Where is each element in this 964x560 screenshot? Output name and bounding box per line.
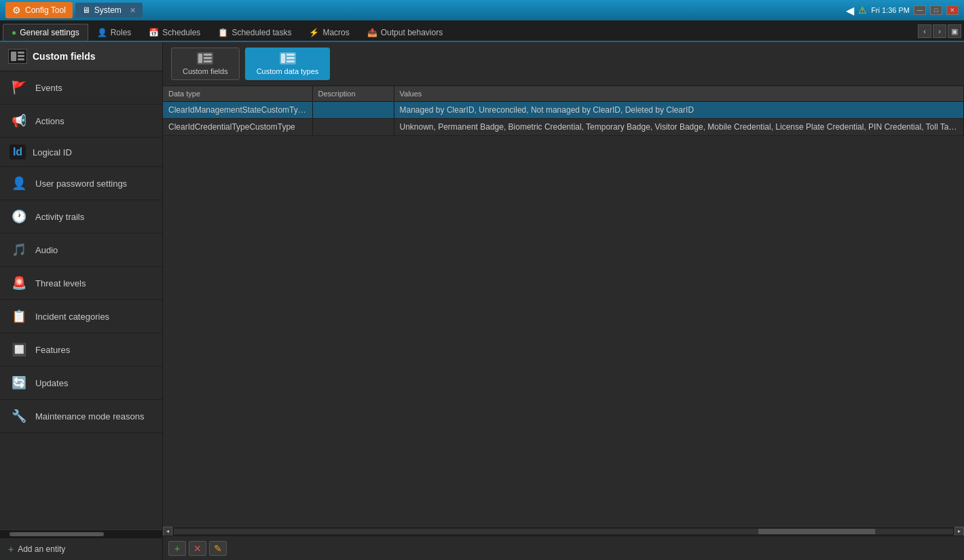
- system-tab[interactable]: 🖥 System ✕: [75, 3, 143, 18]
- custom-data-types-tab[interactable]: Custom data types: [245, 48, 331, 80]
- sidebar-item-features[interactable]: 🔲 Features: [0, 333, 162, 367]
- svg-rect-9: [286, 54, 295, 56]
- sidebar-item-threat-levels[interactable]: 🚨 Threat levels: [0, 267, 162, 300]
- updates-label: Updates: [35, 378, 68, 388]
- sidebar-item-events[interactable]: 🚩 Events: [0, 71, 162, 105]
- table-row[interactable]: ClearIdManagementStateCustomType Managed…: [163, 102, 964, 119]
- custom-fields-tab-icon: [197, 52, 213, 64]
- time-display: Fri 1:36 PM: [871, 6, 910, 14]
- table-header-row: Data type Description Values: [163, 86, 964, 102]
- tab-macros[interactable]: ⚡ Macros: [300, 24, 358, 41]
- logical-id-label: Logical ID: [33, 147, 72, 157]
- close-button[interactable]: ✕: [946, 5, 959, 15]
- config-tool-label: Config Tool: [25, 5, 66, 15]
- data-table-container[interactable]: Data type Description Values ClearIdMana…: [163, 86, 964, 526]
- tab-roles[interactable]: 👤 Roles: [88, 24, 141, 41]
- sidebar-item-incident-categories[interactable]: 📋 Incident categories: [0, 300, 162, 333]
- sidebar-item-updates[interactable]: 🔄 Updates: [0, 367, 162, 400]
- tab-roles-label: Roles: [111, 28, 132, 37]
- svg-rect-7: [204, 60, 212, 62]
- tab-menu-button[interactable]: ▣: [948, 24, 961, 38]
- scroll-thumb: [758, 529, 875, 534]
- edit-button[interactable]: ✎: [209, 541, 227, 556]
- sidebar-item-logical-id[interactable]: Id Logical ID: [0, 138, 162, 167]
- add-icon: +: [174, 543, 180, 554]
- add-button[interactable]: +: [168, 541, 186, 556]
- svg-rect-2: [18, 55, 24, 57]
- remove-icon: ✕: [193, 543, 202, 554]
- actions-label: Actions: [35, 116, 64, 126]
- tab-schedules[interactable]: 📅 Schedules: [140, 24, 209, 41]
- main-layout: Custom fields 🚩 Events 📢 Actions Id Logi…: [0, 42, 964, 560]
- sidebar: Custom fields 🚩 Events 📢 Actions Id Logi…: [0, 42, 163, 560]
- events-icon: 🚩: [10, 78, 29, 97]
- actions-icon: 📢: [10, 111, 29, 130]
- content-toolbar: Custom fields Custom data types: [163, 42, 964, 86]
- scroll-right-button[interactable]: ▸: [954, 527, 964, 536]
- svg-rect-3: [18, 58, 24, 60]
- cell-values: Managed by ClearID, Unreconciled, Not ma…: [394, 102, 964, 119]
- sidebar-scroll-thumb: [10, 532, 104, 536]
- col-header-description: Description: [312, 86, 394, 102]
- sidebar-item-maintenance-mode[interactable]: 🔧 Maintenance mode reasons: [0, 400, 162, 433]
- add-entity-label: Add an entity: [18, 544, 65, 554]
- maintenance-icon: 🔧: [10, 407, 29, 426]
- add-entity-icon: +: [8, 544, 14, 555]
- tab-scheduled-tasks[interactable]: 📋 Scheduled tasks: [209, 24, 300, 41]
- tab-output-behaviors[interactable]: 📤 Output behaviors: [358, 24, 451, 41]
- cell-values: Unknown, Permanent Badge, Biometric Cred…: [394, 119, 964, 136]
- threat-levels-label: Threat levels: [35, 278, 86, 288]
- maximize-button[interactable]: □: [930, 5, 942, 15]
- features-icon: 🔲: [10, 340, 29, 359]
- nav-icon: ◀: [846, 4, 854, 17]
- threat-levels-icon: 🚨: [10, 274, 29, 293]
- bottom-toolbar: + ✕ ✎: [163, 536, 964, 560]
- tab-scheduled-tasks-label: Scheduled tasks: [231, 28, 291, 37]
- custom-fields-tab[interactable]: Custom fields: [171, 48, 240, 80]
- system-tab-label: System: [94, 5, 122, 15]
- sidebar-item-activity-trails[interactable]: 🕐 Activity trails: [0, 200, 162, 234]
- sidebar-item-audio[interactable]: 🎵 Audio: [0, 234, 162, 267]
- add-entity-button[interactable]: + Add an entity: [0, 538, 162, 560]
- tab-next-button[interactable]: ›: [933, 24, 946, 38]
- sidebar-scroll-area[interactable]: 🚩 Events 📢 Actions Id Logical ID 👤 User …: [0, 71, 162, 529]
- tab-bar: ● General settings 👤 Roles 📅 Schedules 📋…: [0, 20, 964, 42]
- title-bar-right: ◀ ⚠ Fri 1:36 PM — □ ✕: [846, 4, 959, 17]
- audio-label: Audio: [35, 245, 58, 255]
- sidebar-item-user-password[interactable]: 👤 User password settings: [0, 167, 162, 200]
- sidebar-item-actions[interactable]: 📢 Actions: [0, 105, 162, 138]
- schedules-icon: 📅: [149, 28, 159, 37]
- title-bar-left: ⚙ Config Tool 🖥 System ✕: [5, 2, 143, 18]
- scroll-left-button[interactable]: ◂: [163, 527, 172, 536]
- custom-fields-header-icon: [8, 49, 27, 64]
- tab-general-settings[interactable]: ● General settings: [3, 24, 88, 41]
- table-row[interactable]: ClearIdCredentialTypeCustomType Unknown,…: [163, 119, 964, 136]
- custom-data-types-tab-icon: [280, 52, 296, 64]
- content-area: Custom fields Custom data types: [163, 42, 964, 560]
- tab-output-behaviors-label: Output behaviors: [381, 28, 443, 37]
- activity-trails-label: Activity trails: [35, 212, 84, 222]
- user-password-icon: 👤: [10, 174, 29, 193]
- logical-id-icon: Id: [10, 145, 26, 160]
- edit-icon: ✎: [214, 543, 222, 554]
- horizontal-scrollbar[interactable]: ◂ ▸: [163, 526, 964, 536]
- close-icon[interactable]: ✕: [130, 6, 136, 15]
- sidebar-header-label: Custom fields: [33, 51, 96, 62]
- minimize-button[interactable]: —: [914, 5, 926, 15]
- data-table: Data type Description Values ClearIdMana…: [163, 86, 964, 136]
- cell-data-type: ClearIdCredentialTypeCustomType: [163, 119, 312, 136]
- config-icon: ⚙: [12, 5, 21, 16]
- cell-data-type: ClearIdManagementStateCustomType: [163, 102, 312, 119]
- sidebar-horizontal-scrollbar[interactable]: [0, 529, 162, 538]
- config-tool-tab[interactable]: ⚙ Config Tool: [5, 2, 73, 18]
- tab-prev-button[interactable]: ‹: [918, 24, 931, 38]
- output-behaviors-icon: 📤: [367, 28, 377, 37]
- scroll-track[interactable]: [174, 529, 953, 534]
- remove-button[interactable]: ✕: [189, 541, 206, 556]
- warning-icon: ⚠: [858, 5, 867, 16]
- svg-rect-8: [281, 54, 285, 63]
- cell-description: [312, 102, 394, 119]
- macros-icon: ⚡: [309, 28, 319, 37]
- activity-trails-icon: 🕐: [10, 207, 29, 226]
- cell-description: [312, 119, 394, 136]
